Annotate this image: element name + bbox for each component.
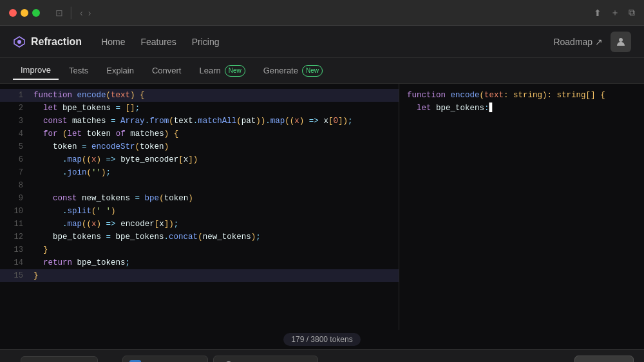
window-controls-right: ⬆ ＋ ⧉	[594, 7, 635, 19]
tab-bar: Improve Tests Explain Convert Learn New …	[0, 58, 644, 84]
browser-controls: ⊡ │ ‹ ›	[55, 7, 91, 19]
nav-features[interactable]: Features	[140, 37, 176, 47]
close-button[interactable]	[9, 9, 17, 17]
generate-badge: New	[302, 65, 323, 77]
action-select[interactable]: Add types ▲▼	[21, 356, 98, 362]
user-button[interactable]	[611, 32, 631, 52]
tab-explain[interactable]: Explain	[99, 62, 142, 79]
brand-icon	[13, 35, 26, 48]
code-line-10: 10 .split(' ')	[0, 205, 399, 218]
maximize-button[interactable]	[32, 9, 40, 17]
output-panel: function encode(text: string): string[] …	[399, 84, 644, 330]
output-line-2: let bpe_tokens:	[407, 102, 636, 115]
nav-links: Home Features Pricing	[101, 37, 219, 47]
copy-icon[interactable]: ⧉	[629, 7, 635, 18]
navbar-right: Roadmap ↗	[553, 32, 631, 52]
language-select[interactable]: TS TypeScript ▲▼	[122, 356, 208, 363]
code-line-9: 9 const new_tokens = bpe(token)	[0, 192, 399, 205]
tab-learn[interactable]: Learn New	[191, 61, 252, 81]
output-line-1: function encode(text: string): string[] …	[407, 89, 636, 102]
generating-button: Generating code...	[213, 356, 318, 362]
brand-name: Refraction	[31, 36, 82, 48]
svg-point-1	[17, 40, 21, 44]
tab-tests[interactable]: Tests	[61, 62, 96, 79]
window-chrome: ⊡ │ ‹ › ⬆ ＋ ⧉	[0, 0, 644, 26]
svg-point-2	[619, 38, 623, 42]
code-line-8: 8	[0, 179, 399, 192]
code-line-4: 4 for (let token of matches) {	[0, 128, 399, 140]
code-line-3: 3 const matches = Array.from(text.matchA…	[0, 115, 399, 128]
tab-convert[interactable]: Convert	[144, 62, 189, 79]
tab-improve[interactable]: Improve	[13, 61, 59, 80]
learn-badge: New	[225, 65, 245, 77]
navbar: Refraction Home Features Pricing Roadmap…	[0, 26, 644, 58]
code-line-5: 5 token = encodeStr(token)	[0, 140, 399, 153]
code-line-7: 7 .join('');	[0, 166, 399, 179]
new-tab-icon[interactable]: ＋	[611, 7, 620, 19]
code-line-14: 14 return bpe_tokens;	[0, 256, 399, 269]
code-line-13: 13 }	[0, 243, 399, 256]
tab-generate[interactable]: Generate New	[256, 61, 330, 81]
token-bar: 179 / 3800 tokens	[0, 330, 644, 349]
generate-button[interactable]: Generate	[574, 356, 634, 362]
brand: Refraction	[13, 35, 82, 48]
nav-pricing[interactable]: Pricing	[192, 37, 220, 47]
code-line-12: 12 bpe_tokens = bpe_tokens.concat(new_to…	[0, 231, 399, 243]
code-line-6: 6 .map((x) => byte_encoder[x])	[0, 153, 399, 166]
code-line-15: 15 }	[0, 269, 399, 282]
code-line-2: 2 let bpe_tokens = [];	[0, 102, 399, 115]
code-line-1: 1 function encode(text) {	[0, 89, 399, 102]
back-button[interactable]: ‹	[80, 8, 83, 17]
code-line-11: 11 .map((x) => encoder[x]);	[0, 218, 399, 231]
token-counter: 179 / 3800 tokens	[283, 333, 360, 346]
roadmap-button[interactable]: Roadmap ↗	[553, 37, 603, 47]
share-icon[interactable]: ⬆	[594, 8, 601, 18]
bottom-toolbar: ? Add types ▲▼ in TS TypeScript ▲▼ Gener…	[0, 349, 644, 362]
forward-button[interactable]: ›	[88, 8, 91, 17]
main-content: 1 function encode(text) { 2 let bpe_toke…	[0, 84, 644, 330]
minimize-button[interactable]	[21, 9, 28, 17]
traffic-lights	[9, 9, 40, 17]
code-editor[interactable]: 1 function encode(text) { 2 let bpe_toke…	[0, 84, 399, 330]
square-icon[interactable]: ⊡	[55, 8, 63, 17]
nav-home[interactable]: Home	[101, 37, 125, 47]
user-icon	[616, 37, 626, 47]
typescript-icon: TS	[129, 360, 141, 363]
